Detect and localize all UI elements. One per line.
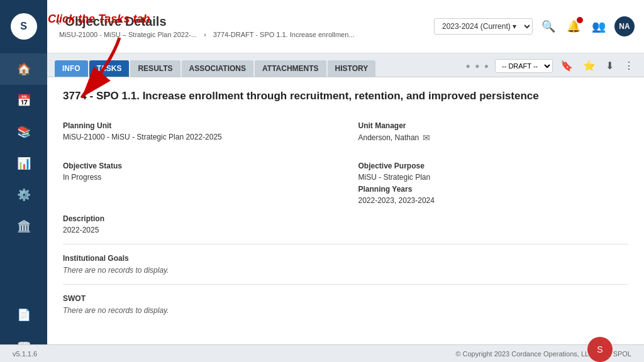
app-container: 🏠 📅 📚 📊 ⚙️ 🏛️ 📄 📖 I (0, 0, 644, 362)
institutional-goals-section: Institutional Goals There are no records… (63, 254, 628, 275)
institutional-goals-empty: There are no records to display. (63, 266, 628, 275)
documents-icon: 📄 (17, 308, 31, 322)
download-button[interactable]: ⬇ (603, 58, 616, 73)
bookmark-button[interactable]: 🔖 (558, 58, 575, 73)
institution-icon: 🏛️ (17, 219, 31, 233)
description-label: Description (63, 214, 628, 223)
objective-status-value: In Progress (63, 173, 333, 182)
breadcrumb-part1[interactable]: MiSU-21000 - MiSU – Strategic Plan 2022-… (59, 31, 197, 38)
sidebar: 🏠 📅 📚 📊 ⚙️ 🏛️ 📄 📖 (0, 53, 47, 362)
sidebar-item-books[interactable]: 📚 (0, 116, 47, 148)
objective-purpose-label: Objective Purpose (358, 162, 629, 170)
breadcrumb-separator: › (204, 31, 206, 38)
details-grid: Planning Unit MiSU-21000 - MiSU - Strate… (63, 121, 628, 191)
unit-manager-value: Anderson, Nathan ✉ (358, 133, 629, 143)
planning-years-value: 2022-2023, 2023-2024 (358, 196, 629, 205)
logo-circle: S (11, 13, 37, 40)
footer: v5.1.1.6 © Copyright 2023 Cordance Opera… (0, 344, 644, 362)
tab-bar: INFO TASKS RESULTS ASSOCIATIONS ATTACHME… (47, 53, 644, 77)
planning-unit-section: Planning Unit MiSU-21000 - MiSU - Strate… (63, 121, 333, 143)
settings-icon: ⚙️ (17, 188, 31, 202)
home-icon: 🏠 (17, 62, 31, 76)
footer-logo-icon: S (597, 344, 602, 354)
swot-section: SWOT There are no records to display. (63, 294, 628, 315)
objective-purpose-value: MiSU - Strategic Plan (358, 173, 629, 182)
breadcrumb-part2[interactable]: 3774-DRAFT - SPO 1.1. Increase enrollmen… (213, 31, 355, 38)
charts-icon: 📊 (17, 156, 31, 170)
users-button[interactable]: 👥 (589, 17, 608, 36)
app-logo: S (0, 0, 47, 53)
sidebar-item-charts[interactable]: 📊 (0, 148, 47, 179)
divider1 (63, 244, 628, 244)
tab-tasks[interactable]: TASKS (89, 60, 130, 77)
divider2 (63, 284, 628, 285)
more-options-button[interactable]: ⋮ (621, 58, 636, 73)
tab-bar-right: ● ● ● -- DRAFT -- 🔖 ⭐ ⬇ ⋮ (466, 58, 636, 77)
objective-purpose-section: Objective Purpose MiSU - Strategic Plan (358, 162, 629, 182)
sidebar-item-settings[interactable]: ⚙️ (0, 179, 47, 211)
unit-manager-name: Anderson, Nathan (358, 133, 419, 142)
sidebar-item-documents[interactable]: 📄 (0, 299, 47, 331)
planning-unit-label: Planning Unit (63, 121, 333, 130)
swot-label: SWOT (63, 294, 628, 303)
email-icon[interactable]: ✉ (423, 133, 430, 143)
content-area: 3774 - SPO 1.1. Increase enrollment thro… (47, 77, 644, 337)
planning-years-section: Planning Years 2022-2023, 2023-2024 (358, 185, 629, 205)
calendar-icon: 📅 (17, 94, 31, 107)
tab-history[interactable]: HISTORY (328, 60, 376, 77)
top-bar: S ‹ Objective Details MiSU-21000 - MiSU … (0, 0, 644, 53)
description-section: Description 2022-2025 (63, 214, 628, 234)
main-content: INFO TASKS RESULTS ASSOCIATIONS ATTACHME… (47, 53, 644, 362)
tab-results[interactable]: RESULTS (130, 60, 180, 77)
sidebar-item-home[interactable]: 🏠 (0, 53, 47, 85)
notification-badge (577, 17, 583, 23)
notifications-button[interactable]: 🔔 (564, 17, 583, 36)
top-bar-actions: 2023-2024 (Current) ▾ 🔍 🔔 👥 NA (434, 16, 635, 36)
swot-empty: There are no records to display. (63, 306, 628, 315)
objective-status-section: Objective Status In Progress (63, 162, 333, 182)
footer-logo: S (587, 337, 613, 362)
tabs-left: INFO TASKS RESULTS ASSOCIATIONS ATTACHME… (55, 60, 375, 77)
draft-selector[interactable]: -- DRAFT -- (495, 59, 553, 73)
search-button[interactable]: 🔍 (539, 17, 558, 36)
objective-title: 3774 - SPO 1.1. Increase enrollment thro… (63, 90, 628, 109)
institutional-goals-label: Institutional Goals (63, 254, 628, 263)
objective-status-label: Objective Status (63, 162, 333, 170)
breadcrumb: MiSU-21000 - MiSU – Strategic Plan 2022-… (57, 31, 425, 38)
user-avatar[interactable]: NA (614, 16, 635, 36)
instruction-text: Click the Tasks tab (48, 13, 150, 26)
star-button[interactable]: ⭐ (580, 58, 598, 73)
tab-associations[interactable]: ASSOCIATIONS (182, 60, 253, 77)
sidebar-item-calendar[interactable]: 📅 (0, 85, 47, 116)
unit-manager-label: Unit Manager (358, 121, 629, 130)
books-icon: 📚 (17, 125, 31, 139)
tab-attachments[interactable]: ATTACHMENTS (255, 60, 326, 77)
tab-info[interactable]: INFO (55, 60, 88, 77)
status-dots: ● ● ● (466, 62, 490, 70)
planning-unit-value: MiSU-21000 - MiSU - Strategic Plan 2022-… (63, 133, 333, 141)
unit-manager-section: Unit Manager Anderson, Nathan ✉ (358, 121, 629, 143)
planning-years-label: Planning Years (358, 185, 629, 194)
footer-version: v5.1.1.6 (13, 350, 37, 358)
description-value: 2022-2025 (63, 226, 628, 234)
year-selector[interactable]: 2023-2024 (Current) ▾ (434, 18, 533, 35)
sidebar-item-institution[interactable]: 🏛️ (0, 211, 47, 242)
